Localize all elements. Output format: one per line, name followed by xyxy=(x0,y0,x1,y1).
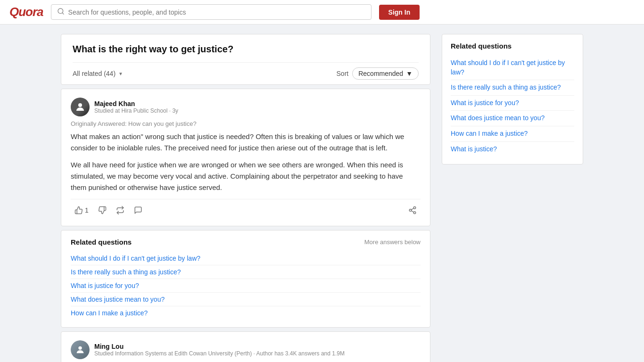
share-icon xyxy=(408,206,417,214)
second-avatar xyxy=(71,340,90,359)
author-name[interactable]: Majeed Khan xyxy=(94,100,178,107)
second-author-name[interactable]: Ming Lou xyxy=(94,343,345,350)
logo: Quora xyxy=(9,5,43,19)
sort-area: Sort Recommended ▼ xyxy=(337,67,419,80)
sort-label: Sort xyxy=(337,70,349,77)
sidebar-title: Related questions xyxy=(451,42,574,50)
sidebar-link-4[interactable]: What does justice mean to you? xyxy=(451,111,574,126)
author-info: Majeed Khan Studied at Hira Public Schoo… xyxy=(94,100,178,114)
main-content: What is the right way to get justice? Al… xyxy=(61,34,430,362)
sidebar-link-5[interactable]: How can I make a justice? xyxy=(451,126,574,142)
repost-button[interactable] xyxy=(112,203,128,217)
search-input[interactable] xyxy=(68,8,365,16)
downvote-button[interactable] xyxy=(94,203,110,217)
search-icon xyxy=(57,8,65,16)
answer-item: Majeed Khan Studied at Hira Public Schoo… xyxy=(61,89,430,226)
related-header: Related questions More answers below xyxy=(71,238,421,246)
chevron-down-icon: ▼ xyxy=(406,70,413,77)
sidebar-link-1[interactable]: What should I do if I can't get justice … xyxy=(451,56,574,80)
second-author-info: Ming Lou Studied Information Systems at … xyxy=(94,343,345,357)
author-meta: Studied at Hira Public School · 3y xyxy=(94,107,178,114)
related-link-3[interactable]: What is justice for you? xyxy=(71,279,421,293)
share-button[interactable] xyxy=(405,203,421,217)
second-author-meta: Studied Information Systems at Edith Cow… xyxy=(94,350,345,357)
originally-answered: Originally Answered: How can you get jus… xyxy=(71,120,421,127)
svg-line-1 xyxy=(62,13,64,14)
related-inline-title: Related questions xyxy=(71,238,132,246)
answer-text: What makes an action" wrong such that ju… xyxy=(71,131,421,193)
search-bar xyxy=(51,4,372,20)
avatar-placeholder xyxy=(71,98,90,116)
all-related-label: All related (44) xyxy=(73,70,116,77)
related-link-2[interactable]: Is there really such a thing as justice? xyxy=(71,265,421,279)
sort-dropdown[interactable]: Recommended ▼ xyxy=(352,67,419,80)
repost-icon xyxy=(116,206,124,214)
sidebar-link-6[interactable]: What is justice? xyxy=(451,142,574,157)
svg-line-7 xyxy=(411,208,413,210)
svg-line-6 xyxy=(411,211,413,212)
second-avatar-icon xyxy=(75,345,85,355)
svg-point-8 xyxy=(78,346,82,350)
sidebar-link-3[interactable]: What is justice for you? xyxy=(451,96,574,111)
main-layout: What is the right way to get justice? Al… xyxy=(53,25,591,362)
more-answers-label: More answers below xyxy=(364,239,421,246)
upvote-icon xyxy=(74,206,83,214)
action-bar: 1 xyxy=(71,199,421,217)
chevron-down-icon: ▼ xyxy=(118,71,123,76)
related-inline-card: Related questions More answers below Wha… xyxy=(61,230,430,328)
downvote-icon xyxy=(98,206,107,214)
recommended-label: Recommended xyxy=(358,70,403,77)
answer-paragraph-1: What makes an action" wrong such that ju… xyxy=(71,131,421,154)
upvote-button[interactable]: 1 xyxy=(71,203,92,217)
vote-count: 1 xyxy=(85,206,89,214)
sidebar-card: Related questions What should I do if I … xyxy=(442,34,583,165)
second-author-row: Ming Lou Studied Information Systems at … xyxy=(71,340,421,359)
related-link-5[interactable]: How can I make a justice? xyxy=(71,306,421,320)
sign-in-button[interactable]: Sign In xyxy=(379,5,420,20)
avatar xyxy=(71,98,90,116)
question-title: What is the right way to get justice? xyxy=(73,44,419,55)
comment-button[interactable] xyxy=(130,203,146,217)
all-related-button[interactable]: All related (44) ▼ xyxy=(73,70,123,77)
answer-paragraph-2: We all have need for justice when we are… xyxy=(71,159,421,193)
related-link-1[interactable]: What should I do if I can't get justice … xyxy=(71,252,421,265)
svg-point-2 xyxy=(78,103,82,107)
header: Quora Sign In xyxy=(0,0,644,25)
question-card: What is the right way to get justice? Al… xyxy=(61,34,430,85)
author-row: Majeed Khan Studied at Hira Public Schoo… xyxy=(71,98,421,116)
comment-icon xyxy=(134,206,142,214)
answer-controls: All related (44) ▼ Sort Recommended ▼ xyxy=(73,62,419,84)
sidebar-link-2[interactable]: Is there really such a thing as justice? xyxy=(451,80,574,96)
related-link-4[interactable]: What does justice mean to you? xyxy=(71,293,421,306)
sidebar: Related questions What should I do if I … xyxy=(442,34,583,362)
second-answer-item: Ming Lou Studied Information Systems at … xyxy=(61,331,430,362)
